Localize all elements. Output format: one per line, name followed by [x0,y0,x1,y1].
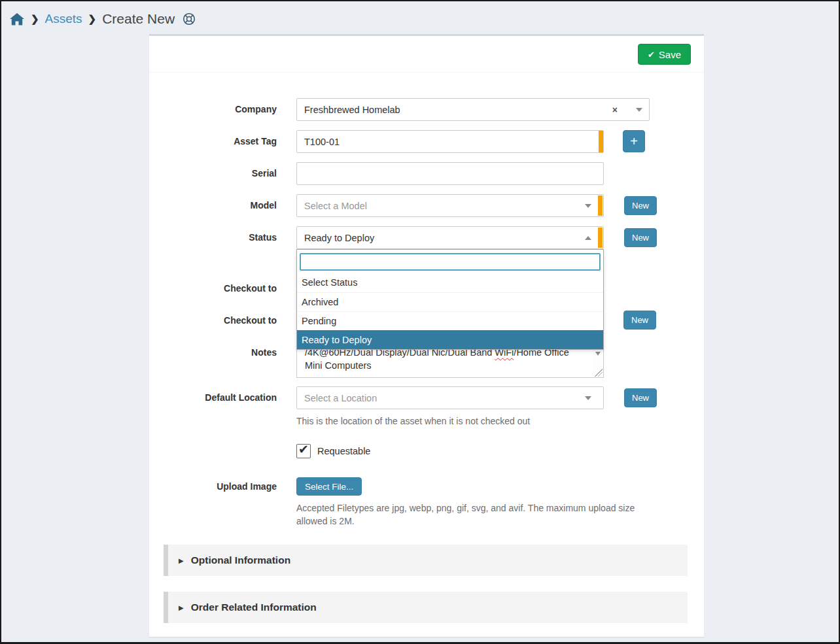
default-location-placeholder: Select a Location [304,393,580,403]
life-ring-icon [182,12,196,26]
breadcrumb-link-assets[interactable]: Assets [45,12,82,26]
asset-form: Company Freshbrewed Homelab × Asset Tag … [149,73,704,623]
caret-right-icon: ▶ [179,604,184,611]
add-asset-tag-button[interactable]: + [623,130,645,152]
model-placeholder: Select a Model [304,201,580,211]
resize-grip-icon[interactable] [595,369,603,377]
create-asset-card: ✔ Save Company Freshbrewed Homelab × Ass… [149,34,704,637]
status-option-selected[interactable]: Ready to Deploy [297,330,603,349]
serial-input[interactable] [296,162,604,185]
notes-label: Notes [164,347,277,358]
default-location-label: Default Location [164,386,296,409]
asset-tag-label: Asset Tag [164,130,296,153]
check-icon: ✔ [648,50,655,59]
section-title: Order Related Information [191,602,317,613]
new-location-button[interactable]: New [624,388,657,407]
status-selected-value: Ready to Deploy [304,233,580,243]
status-select[interactable]: Ready to Deploy [296,226,604,249]
page-title: Create New [102,11,175,27]
model-label: Model [164,194,296,217]
status-label: Status [164,226,296,249]
status-dropdown: Select Status Archived Pending Ready to … [296,249,604,350]
company-select[interactable]: Freshbrewed Homelab × [296,98,650,121]
company-label: Company [164,98,296,121]
status-search-input[interactable] [300,253,601,271]
save-button-label: Save [659,49,681,60]
card-header: ✔ Save [149,36,704,73]
requestable-row: ✔ Requestable [296,443,688,459]
upload-image-row: Upload Image Select File... [164,477,688,496]
clear-selection-icon[interactable]: × [612,105,618,115]
checkout-to-label: Checkout to [164,283,277,294]
status-option[interactable]: Archived [297,292,603,311]
section-title: Optional Information [191,554,290,566]
model-select[interactable]: Select a Model [296,194,604,217]
caret-down-icon [636,108,642,112]
status-field: Ready to Deploy Select Status Archived P… [296,226,604,249]
chevron-right-icon: ❯ [31,13,39,25]
scroll-down-icon[interactable] [595,352,601,356]
breadcrumb: ❯ Assets ❯ Create New [1,1,839,34]
upload-help-text: Accepted Filetypes are jpg, webp, png, g… [296,501,648,528]
serial-field [296,162,604,185]
status-option[interactable]: Select Status [297,273,603,292]
section-order-related-information[interactable]: ▶ Order Related Information [164,592,688,623]
model-row: Model Select a Model New [164,194,688,217]
caret-right-icon: ▶ [179,557,184,564]
new-model-button[interactable]: New [624,196,657,215]
chevron-right-icon: ❯ [88,13,97,25]
default-location-select[interactable]: Select a Location [296,386,604,409]
new-status-button[interactable]: New [624,228,657,247]
status-option[interactable]: Pending [297,311,603,330]
company-selected-value: Freshbrewed Homelab [304,105,612,115]
company-row: Company Freshbrewed Homelab × [164,98,688,121]
section-optional-information[interactable]: ▶ Optional Information [164,545,688,576]
asset-tag-input[interactable] [296,130,604,153]
status-row: Status Ready to Deploy Select Status Arc… [164,226,688,249]
default-location-help: This is the location of the asset when i… [296,415,650,428]
save-button[interactable]: ✔ Save [638,44,691,65]
asset-tag-row: Asset Tag + [164,130,688,153]
upload-image-label: Upload Image [164,477,296,496]
checkmark-icon: ✔ [298,442,309,457]
requestable-checkbox[interactable]: ✔ [296,444,311,458]
requestable-label: Requestable [317,446,370,456]
caret-up-icon [585,236,591,240]
select-file-button[interactable]: Select File... [296,477,362,496]
caret-down-icon [585,396,591,400]
asset-tag-field [296,130,604,153]
default-location-row: Default Location Select a Location New [164,386,688,409]
checkout-to-label: Checkout to [164,315,277,326]
caret-down-icon [585,204,591,208]
new-checkout-target-button[interactable]: New [623,311,656,330]
home-icon[interactable] [9,12,25,27]
create-asset-page: { "breadcrumb": { "separator": "❯", "ass… [0,0,840,644]
serial-label: Serial [164,162,296,185]
serial-row: Serial [164,162,688,185]
